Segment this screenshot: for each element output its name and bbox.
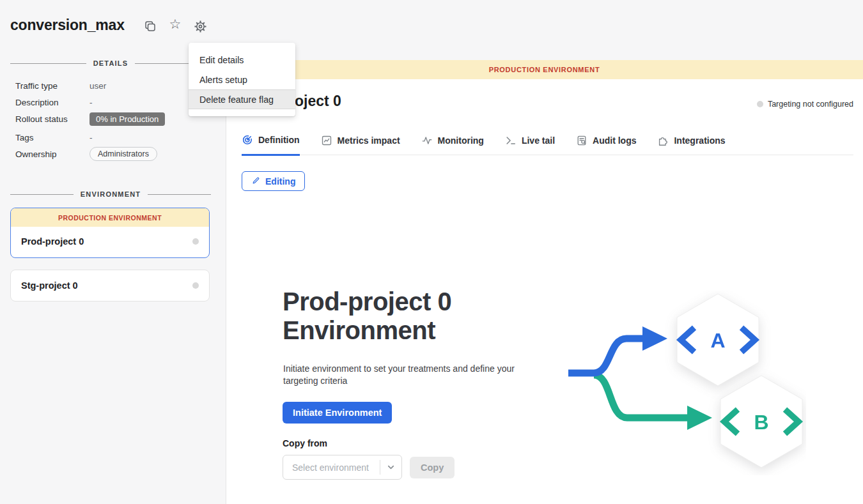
details-section-title: DETAILS bbox=[93, 59, 128, 67]
puzzle-icon bbox=[657, 135, 669, 146]
empty-state-heading: Prod-project 0 Environment bbox=[283, 287, 506, 345]
editing-button-label: Editing bbox=[265, 176, 295, 187]
app-root: conversion_max ☆ DETAILS Traffic type us… bbox=[0, 0, 863, 504]
initiate-environment-button[interactable]: Initiate Environment bbox=[283, 402, 392, 424]
detail-value: - bbox=[89, 98, 93, 107]
pencil-icon bbox=[251, 176, 261, 187]
hexagon-variant-b: B bbox=[720, 376, 802, 468]
tab-bar: Definition Metrics impact Monitoring bbox=[242, 134, 853, 155]
detail-row-traffic-type: Traffic type user bbox=[15, 79, 211, 93]
pulse-icon bbox=[421, 135, 433, 146]
empty-state-description: Initiate environment to set your treatme… bbox=[283, 363, 526, 386]
line-chart-icon bbox=[321, 135, 332, 146]
copy-icon[interactable] bbox=[143, 19, 157, 33]
rollout-status-badge: 0% in Production bbox=[89, 112, 165, 126]
detail-label: Traffic type bbox=[15, 81, 89, 91]
environment-status-dot bbox=[192, 282, 199, 289]
tab-label: Audit logs bbox=[593, 135, 636, 146]
star-icon[interactable]: ☆ bbox=[168, 17, 182, 31]
copy-from-label: Copy from bbox=[283, 438, 327, 448]
main-panel: Prod-project 0 Targeting not configured … bbox=[226, 79, 863, 504]
details-section-header: DETAILS bbox=[10, 59, 211, 67]
target-icon bbox=[242, 134, 253, 146]
environment-select-placeholder: Select environment bbox=[283, 462, 380, 473]
environment-name: Prod-project 0 bbox=[21, 236, 84, 247]
production-environment-banner: PRODUCTION ENVIRONMENT bbox=[226, 60, 863, 79]
tab-label: Metrics impact bbox=[338, 135, 400, 146]
tab-monitoring[interactable]: Monitoring bbox=[421, 134, 484, 155]
environment-card-prod[interactable]: PRODUCTION ENVIRONMENT Prod-project 0 bbox=[10, 208, 210, 258]
tab-live-tail[interactable]: Live tail bbox=[505, 134, 555, 155]
environment-section-header: ENVIRONMENT bbox=[10, 190, 211, 198]
detail-row-description: Description - bbox=[15, 95, 211, 109]
flag-name: conversion_max bbox=[10, 17, 125, 34]
detail-label: Description bbox=[15, 98, 89, 107]
menu-item-edit-details[interactable]: Edit details bbox=[189, 50, 295, 70]
environment-status-dot bbox=[192, 238, 199, 245]
menu-item-delete-feature-flag[interactable]: Delete feature flag bbox=[189, 89, 295, 109]
tab-audit-logs[interactable]: Audit logs bbox=[576, 134, 636, 155]
ab-split-illustration: A B bbox=[563, 290, 806, 475]
detail-label: Tags bbox=[15, 133, 89, 142]
audit-log-icon bbox=[576, 135, 587, 146]
production-environment-label: PRODUCTION ENVIRONMENT bbox=[11, 208, 209, 227]
variant-a-label: A bbox=[710, 329, 725, 352]
ownership-pill[interactable]: Administrators bbox=[89, 147, 157, 161]
settings-menu: Edit details Alerts setup Delete feature… bbox=[189, 43, 295, 116]
menu-item-alerts-setup[interactable]: Alerts setup bbox=[189, 70, 295, 89]
tab-label: Definition bbox=[258, 135, 300, 145]
environment-card-stg[interactable]: Stg-project 0 bbox=[10, 270, 210, 302]
detail-row-tags: Tags - bbox=[15, 130, 211, 144]
detail-row-rollout-status: Rollout status 0% in Production bbox=[15, 112, 211, 126]
detail-value: - bbox=[89, 133, 93, 142]
environment-select[interactable]: Select environment bbox=[283, 455, 402, 480]
variant-b-label: B bbox=[754, 411, 768, 434]
copy-from-row: Select environment Copy bbox=[283, 455, 455, 480]
environment-section-title: ENVIRONMENT bbox=[81, 190, 141, 198]
editing-button[interactable]: Editing bbox=[242, 171, 305, 191]
targeting-status-dot bbox=[757, 101, 763, 107]
detail-row-ownership: Ownership Administrators bbox=[15, 147, 211, 161]
details-rows: Traffic type user Description - Rollout … bbox=[15, 79, 211, 164]
terminal-icon bbox=[505, 135, 517, 146]
tab-definition[interactable]: Definition bbox=[242, 134, 300, 156]
tab-integrations[interactable]: Integrations bbox=[657, 134, 725, 155]
targeting-status-text: Targeting not configured bbox=[768, 100, 853, 109]
environment-name: Stg-project 0 bbox=[21, 280, 78, 291]
detail-value: user bbox=[89, 81, 106, 91]
hexagon-variant-a: A bbox=[677, 294, 759, 386]
tab-label: Monitoring bbox=[438, 135, 484, 146]
gear-icon[interactable] bbox=[193, 19, 207, 33]
targeting-status: Targeting not configured bbox=[757, 100, 853, 109]
tab-label: Live tail bbox=[522, 135, 555, 146]
detail-label: Rollout status bbox=[15, 114, 89, 124]
tab-label: Integrations bbox=[674, 135, 725, 146]
tab-metrics-impact[interactable]: Metrics impact bbox=[321, 134, 400, 155]
chevron-down-icon[interactable] bbox=[380, 460, 401, 475]
detail-label: Ownership bbox=[15, 149, 89, 159]
copy-button[interactable]: Copy bbox=[410, 457, 455, 478]
